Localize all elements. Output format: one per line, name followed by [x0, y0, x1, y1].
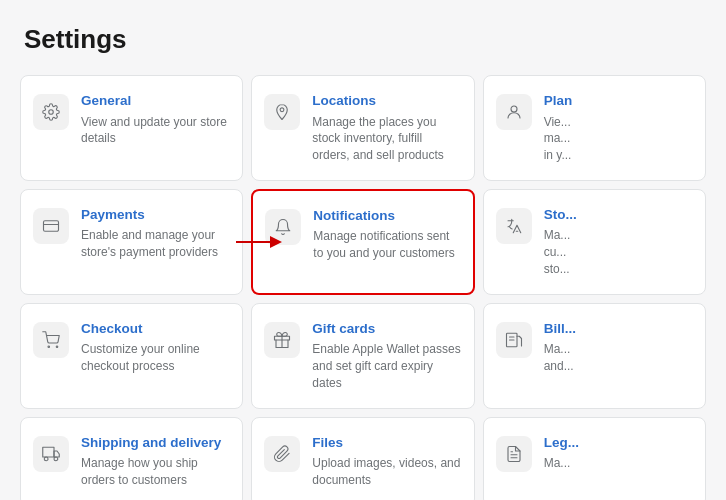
svg-point-15	[44, 457, 48, 461]
billing-text: Bill... Ma...and...	[544, 320, 693, 375]
settings-item-locations[interactable]: Locations Manage the places you stock in…	[251, 75, 474, 181]
billing-desc: Ma...and...	[544, 341, 693, 375]
svg-point-0	[49, 110, 54, 115]
receipt-icon	[496, 322, 532, 358]
doc-icon	[496, 436, 532, 472]
settings-item-store[interactable]: Sto... Ma...cu...sto...	[483, 189, 706, 295]
settings-item-payments[interactable]: Payments Enable and manage your store's …	[20, 189, 243, 295]
payments-text: Payments Enable and manage your store's …	[81, 206, 230, 261]
settings-item-files[interactable]: Files Upload images, videos, and documen…	[251, 417, 474, 500]
checkout-title: Checkout	[81, 320, 230, 338]
pin-icon	[264, 94, 300, 130]
svg-point-8	[56, 346, 58, 348]
notifications-title: Notifications	[313, 207, 460, 225]
store-title: Sto...	[544, 206, 693, 224]
settings-item-notifications[interactable]: Notifications Manage notifications sent …	[251, 189, 474, 295]
settings-item-checkout[interactable]: Checkout Customize your online checkout …	[20, 303, 243, 409]
page-header: Settings	[0, 0, 726, 71]
locations-text: Locations Manage the places you stock in…	[312, 92, 461, 164]
settings-grid: General View and update your store detai…	[16, 71, 710, 500]
gift-icon	[264, 322, 300, 358]
svg-point-16	[54, 457, 58, 461]
store-desc: Ma...cu...sto...	[544, 227, 693, 277]
paperclip-icon	[264, 436, 300, 472]
legal-title: Leg...	[544, 434, 693, 452]
svg-point-1	[280, 108, 284, 112]
plan-text: Plan Vie...ma...in y...	[544, 92, 693, 164]
credit-card-icon	[33, 208, 69, 244]
gift-cards-desc: Enable Apple Wallet passes and set gift …	[312, 341, 461, 391]
locations-desc: Manage the places you stock inventory, f…	[312, 114, 461, 164]
gift-cards-title: Gift cards	[312, 320, 461, 338]
billing-title: Bill...	[544, 320, 693, 338]
truck-icon	[33, 436, 69, 472]
payments-desc: Enable and manage your store's payment p…	[81, 227, 230, 261]
settings-item-shipping[interactable]: Shipping and delivery Manage how you shi…	[20, 417, 243, 500]
shipping-text: Shipping and delivery Manage how you shi…	[81, 434, 230, 489]
legal-text: Leg... Ma...	[544, 434, 693, 472]
general-desc: View and update your store details	[81, 114, 230, 148]
settings-item-legal[interactable]: Leg... Ma...	[483, 417, 706, 500]
notifications-desc: Manage notifications sent to you and you…	[313, 228, 460, 262]
shipping-desc: Manage how you ship orders to customers	[81, 455, 230, 489]
payments-title: Payments	[81, 206, 230, 224]
locations-title: Locations	[312, 92, 461, 110]
svg-point-7	[48, 346, 50, 348]
store-text: Sto... Ma...cu...sto...	[544, 206, 693, 278]
checkout-desc: Customize your online checkout process	[81, 341, 230, 375]
files-desc: Upload images, videos, and documents	[312, 455, 461, 489]
cart-icon	[33, 322, 69, 358]
settings-page: Settings General View and update your st…	[0, 0, 726, 500]
svg-rect-3	[44, 221, 59, 232]
settings-grid-container: General View and update your store detai…	[0, 71, 726, 500]
checkout-text: Checkout Customize your online checkout …	[81, 320, 230, 375]
shipping-title: Shipping and delivery	[81, 434, 230, 452]
settings-item-plan[interactable]: Plan Vie...ma...in y...	[483, 75, 706, 181]
plan-title: Plan	[544, 92, 693, 110]
arrow-indicator	[236, 232, 284, 252]
gear-icon	[33, 94, 69, 130]
user-circle-icon	[496, 94, 532, 130]
files-title: Files	[312, 434, 461, 452]
files-text: Files Upload images, videos, and documen…	[312, 434, 461, 489]
settings-item-gift-cards[interactable]: Gift cards Enable Apple Wallet passes an…	[251, 303, 474, 409]
plan-desc: Vie...ma...in y...	[544, 114, 693, 164]
translate-icon	[496, 208, 532, 244]
gift-cards-text: Gift cards Enable Apple Wallet passes an…	[312, 320, 461, 392]
page-title: Settings	[24, 24, 702, 55]
settings-item-general[interactable]: General View and update your store detai…	[20, 75, 243, 181]
settings-item-billing[interactable]: Bill... Ma...and...	[483, 303, 706, 409]
legal-desc: Ma...	[544, 455, 693, 472]
general-title: General	[81, 92, 230, 110]
svg-rect-14	[43, 447, 54, 457]
notifications-text: Notifications Manage notifications sent …	[313, 207, 460, 262]
svg-point-2	[511, 106, 517, 112]
general-text: General View and update your store detai…	[81, 92, 230, 147]
